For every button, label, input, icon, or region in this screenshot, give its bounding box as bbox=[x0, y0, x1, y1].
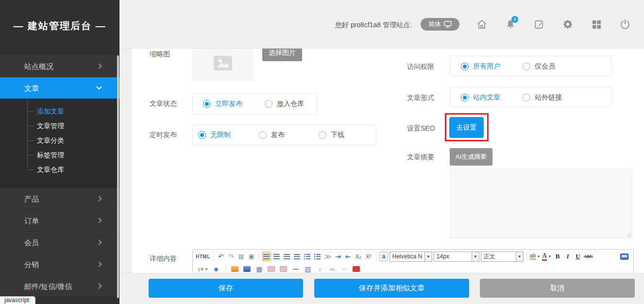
submenu-article-warehouse[interactable]: 文章仓库 bbox=[0, 162, 119, 177]
unordered-list-icon[interactable] bbox=[313, 252, 322, 261]
apps-grid-icon[interactable] bbox=[591, 18, 602, 30]
sidebar-item-mail-sms-wechat[interactable]: 邮件/短信/微信 bbox=[0, 275, 119, 297]
radio-icon bbox=[259, 131, 267, 139]
sidebar-scrollbar[interactable] bbox=[117, 55, 119, 298]
anchor-icon[interactable]: a bbox=[379, 252, 388, 261]
insert-media-icon[interactable] bbox=[243, 264, 252, 273]
insert-code-icon[interactable] bbox=[279, 264, 288, 273]
menu-spacer bbox=[0, 184, 119, 188]
paragraph-outdent-icon[interactable]: ≫ bbox=[323, 252, 332, 261]
italic-icon[interactable]: I bbox=[563, 252, 572, 261]
sidebar-item-site-overview[interactable]: 站点概况 bbox=[0, 55, 119, 77]
insert-pdf-icon[interactable] bbox=[352, 264, 361, 273]
indent-increase-icon[interactable]: ⇥ bbox=[334, 252, 342, 261]
align-left-icon[interactable] bbox=[262, 252, 271, 261]
insert-link-icon[interactable]: ∞ bbox=[328, 264, 337, 273]
summary-textarea[interactable] bbox=[450, 169, 632, 238]
print-icon[interactable]: ▤ bbox=[237, 252, 246, 261]
radio-no-limit[interactable]: 无限制 bbox=[198, 131, 231, 139]
submenu-article-manage[interactable]: 文章管理 bbox=[0, 118, 119, 133]
remove-link-icon[interactable]: ∞ bbox=[340, 264, 349, 273]
strikethrough-icon[interactable]: ABC bbox=[584, 252, 593, 261]
font-size-select[interactable]: 14px ▼ bbox=[434, 252, 479, 262]
paragraph-style-select[interactable]: 正文 ▼ bbox=[481, 252, 524, 262]
articles-submenu: 添加文章 文章管理 文章分类 标签管理 文章仓库 bbox=[0, 99, 119, 184]
radio-selected-icon bbox=[198, 131, 206, 139]
main-area: 您好 pro8cf1a8 管理站点: 简体 0 bbox=[119, 0, 644, 304]
submenu-add-article[interactable]: 添加文章 bbox=[0, 104, 119, 118]
radio-to-warehouse[interactable]: 放入仓库 bbox=[265, 100, 304, 108]
sidebar-item-members[interactable]: 会员 bbox=[0, 232, 119, 253]
font-family-select[interactable]: Helvetica N ▼ bbox=[390, 252, 432, 262]
insert-image-icon[interactable] bbox=[231, 264, 239, 273]
content-label: 详细内容 bbox=[150, 254, 177, 263]
sidebar-item-orders[interactable]: 订单 bbox=[0, 210, 119, 232]
radio-members-only[interactable]: 仅会员 bbox=[523, 62, 555, 71]
highlight-color-icon[interactable]: ab ▼ bbox=[530, 252, 541, 261]
radio-icon bbox=[319, 131, 326, 139]
indent-decrease-icon[interactable]: ⇤ bbox=[344, 252, 353, 261]
ordered-list-icon[interactable] bbox=[303, 252, 312, 261]
html-source-icon[interactable]: HTML bbox=[196, 252, 210, 261]
article-status-group: 立即发布 放入仓库 bbox=[192, 93, 317, 115]
radio-offline-time[interactable]: 下线 bbox=[319, 131, 344, 139]
richtext-toolbar: HTML ↶ ↷ ▤ ▣ ≫ ⇥ ⇤ X₂ X² a bbox=[192, 249, 634, 273]
radio-publish-now[interactable]: 立即发布 bbox=[203, 100, 242, 108]
choose-image-button[interactable]: 选择图片 bbox=[262, 49, 302, 61]
power-icon[interactable] bbox=[619, 18, 631, 30]
horizontal-rule-icon[interactable]: — bbox=[291, 264, 300, 273]
seo-setup-button[interactable]: 去设置 bbox=[449, 117, 484, 138]
underline-icon[interactable]: U bbox=[574, 252, 582, 261]
sidebar-item-products[interactable]: 产品 bbox=[0, 188, 119, 210]
radio-internal-article[interactable]: 站内文章 bbox=[461, 93, 500, 102]
chevron-down-icon: ▼ bbox=[424, 252, 432, 261]
paste-text-icon[interactable]: ▣ bbox=[247, 252, 256, 261]
bold-icon[interactable]: B bbox=[553, 252, 562, 261]
cancel-button[interactable]: 取消 bbox=[480, 279, 635, 298]
undo-icon[interactable]: ↶ bbox=[217, 252, 225, 261]
align-right-icon[interactable] bbox=[283, 252, 291, 261]
insert-table-icon[interactable]: ▦ bbox=[255, 264, 264, 273]
chevron-down-icon: ▼ bbox=[516, 252, 523, 261]
superscript-icon[interactable]: X² bbox=[364, 252, 373, 261]
font-color-icon[interactable]: A ▼ bbox=[542, 252, 552, 261]
align-center-icon[interactable] bbox=[272, 252, 281, 261]
chevron-right-icon bbox=[96, 218, 102, 223]
access-permission-label: 访问权限 bbox=[407, 63, 434, 71]
align-justify-icon[interactable] bbox=[293, 252, 302, 261]
subscript-icon[interactable]: X₂ bbox=[354, 252, 363, 261]
toolbar-row-1: HTML ↶ ↷ ▤ ▣ ≫ ⇥ ⇤ X₂ X² a bbox=[193, 250, 633, 263]
save-and-add-similar-button[interactable]: 保存并添加相似文章 bbox=[314, 279, 469, 298]
remove-format-icon[interactable]: ◆ bbox=[212, 264, 220, 273]
sidebar-item-distribution[interactable]: 分销 bbox=[0, 253, 119, 275]
radio-external-link[interactable]: 站外链接 bbox=[523, 93, 562, 102]
edit-icon[interactable] bbox=[533, 18, 545, 30]
form-panel: 缩略图 选择图片 文章状态 立即发布 放入仓库 定时发布 bbox=[132, 49, 644, 273]
ai-generate-summary-button[interactable]: AI生成摘要 bbox=[450, 148, 492, 166]
footer-action-bar: 保存 保存并添加相似文章 取消 bbox=[119, 273, 644, 304]
manage-site-label: 管理站点: bbox=[383, 21, 412, 30]
bell-icon[interactable]: 0 bbox=[505, 18, 516, 30]
insert-template-icon[interactable] bbox=[267, 264, 276, 273]
submenu-article-category[interactable]: 文章分类 bbox=[0, 133, 119, 148]
insert-map-icon[interactable]: ▧ bbox=[304, 264, 312, 273]
user-greeting: 您好 pro8cf1a8 bbox=[335, 21, 381, 30]
sidebar: — 建站管理后台 — 站点概况 文章 添加文章 文章管理 文章分类 标签管理 文… bbox=[0, 0, 119, 304]
browser-status-tooltip: javascript: bbox=[0, 296, 35, 304]
gear-icon[interactable] bbox=[562, 18, 574, 30]
fullscreen-icon[interactable] bbox=[620, 253, 628, 260]
save-button[interactable]: 保存 bbox=[149, 279, 303, 298]
submenu-tag-manage[interactable]: 标签管理 bbox=[0, 148, 119, 162]
radio-publish-time[interactable]: 发布 bbox=[259, 131, 285, 139]
language-toggle-button[interactable]: 简体 bbox=[421, 18, 459, 31]
radio-icon bbox=[523, 63, 530, 70]
thumbnail-preview[interactable] bbox=[192, 49, 254, 81]
radio-selected-icon bbox=[461, 63, 469, 70]
sidebar-item-articles[interactable]: 文章 bbox=[0, 77, 119, 99]
home-icon[interactable] bbox=[476, 18, 488, 30]
insert-anchor-icon[interactable]: ♁ bbox=[316, 264, 324, 273]
radio-all-users[interactable]: 所有用户 bbox=[461, 62, 500, 71]
line-height-icon[interactable]: ↕=▼ bbox=[198, 264, 208, 273]
image-placeholder-icon bbox=[214, 56, 232, 70]
redo-icon[interactable]: ↷ bbox=[227, 252, 236, 261]
